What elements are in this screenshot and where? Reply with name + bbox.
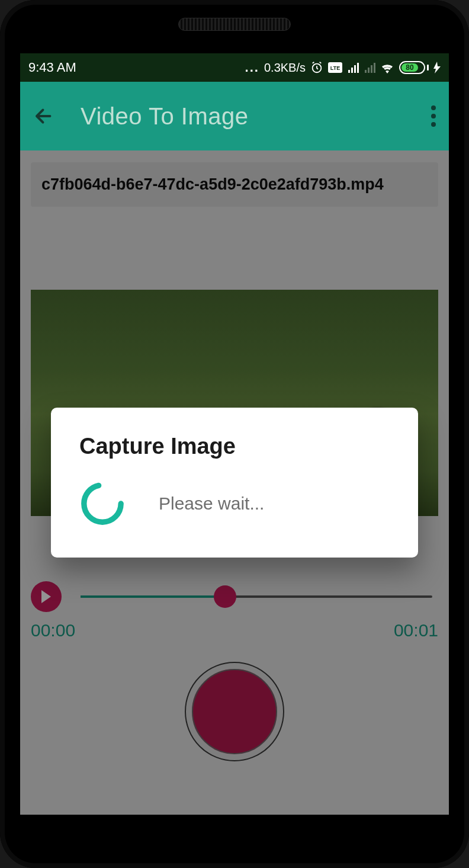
svg-point-3 [84,485,121,522]
screen: 9:43 AM ... 0.3KB/s LTE 80 [20,53,449,815]
overflow-menu-button[interactable] [431,105,436,127]
dialog-message: Please wait... [159,494,264,514]
wifi-icon [380,62,394,73]
modal-scrim: Capture Image Please wait... [20,150,449,815]
svg-text:LTE: LTE [330,65,340,71]
screen-wrapper: 9:43 AM ... 0.3KB/s LTE 80 [20,41,449,827]
content-area: c7fb064d-b6e7-47dc-a5d9-2c0e2afd793b.mp4 [20,150,449,815]
dialog-title: Capture Image [79,434,390,459]
signal-1-icon [347,62,359,73]
phone-speaker [178,18,291,31]
phone-frame: 9:43 AM ... 0.3KB/s LTE 80 [0,0,469,868]
app-bar: Video To Image [20,82,449,150]
battery-level: 80 [401,63,418,72]
progress-dialog: Capture Image Please wait... [51,408,418,558]
signal-2-icon [364,62,375,73]
spinner-icon [79,481,126,527]
status-dots: ... [245,60,259,75]
volte-icon: LTE [328,62,342,73]
charging-icon [433,62,441,73]
status-network-speed: 0.3KB/s [264,61,306,75]
app-title: Video To Image [81,103,405,130]
alarm-icon [310,61,323,74]
back-icon[interactable] [33,105,54,127]
status-time: 9:43 AM [28,60,76,75]
battery-indicator: 80 [399,61,429,74]
status-bar: 9:43 AM ... 0.3KB/s LTE 80 [20,53,449,82]
status-right: ... 0.3KB/s LTE 80 [245,60,441,75]
